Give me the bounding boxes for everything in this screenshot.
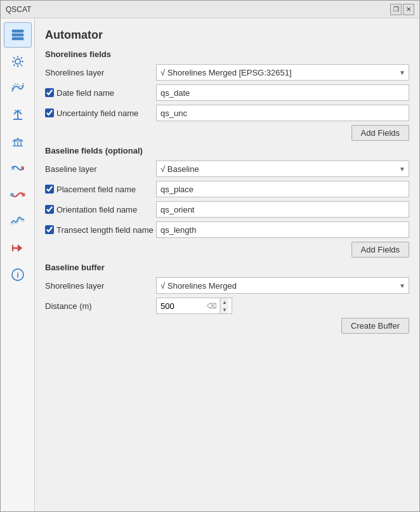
orientation-field-row: Orientation field name: [45, 201, 409, 218]
distance-input[interactable]: [157, 299, 204, 313]
shorelines-fields-section: Shorelines fields Shorelines layer √ Sho…: [45, 49, 409, 141]
baseline-add-fields-button[interactable]: Add Fields: [351, 242, 409, 258]
baseline-buffer-title: Baseline buffer: [45, 263, 409, 272]
svg-rect-12: [21, 166, 24, 170]
baseline-layer-select[interactable]: √ Baseline: [156, 161, 409, 177]
sidebar: i: [1, 18, 35, 511]
transect-field-input-wrapper: [156, 221, 409, 238]
shorelines-section-title: Shorelines fields: [45, 49, 409, 59]
uncertainty-field-label: Uncertainty field name: [45, 108, 156, 118]
sidebar-item-cast-multi[interactable]: [4, 129, 32, 154]
uncertainty-field-checkbox[interactable]: [45, 108, 54, 117]
buffer-shorelines-layer-label: Shorelines layer: [45, 281, 156, 291]
baseline-layer-label: Baseline layer: [45, 164, 156, 174]
svg-point-14: [22, 193, 25, 197]
distance-spinner: ▲ ▼: [220, 298, 228, 313]
uncertainty-field-input[interactable]: [156, 105, 409, 121]
baseline-layer-row: Baseline layer √ Baseline: [45, 161, 409, 177]
placement-field-label: Placement field name: [45, 185, 156, 194]
uncertainty-field-input-wrapper: [156, 105, 409, 121]
transect-field-input[interactable]: [156, 221, 409, 238]
sidebar-item-curves[interactable]: [4, 75, 32, 101]
sidebar-item-cast-up[interactable]: [4, 102, 32, 128]
create-buffer-button[interactable]: Create Buffer: [341, 318, 409, 334]
baseline-add-fields-btn-row: Add Fields: [45, 242, 409, 258]
main-content: Automator Shorelines fields Shorelines l…: [35, 18, 419, 511]
svg-rect-1: [12, 34, 23, 36]
shorelines-layer-label: Shorelines layer: [45, 68, 156, 77]
distance-row: Distance (m) ⌫ ▲ ▼: [45, 298, 409, 314]
flow2-icon: [10, 187, 26, 203]
titlebar: QSCAT ❐ ✕: [1, 1, 419, 18]
page-title: Automator: [45, 29, 409, 42]
sidebar-item-settings[interactable]: [4, 49, 32, 74]
layers-icon: [10, 27, 26, 43]
date-field-row: Date field name: [45, 84, 409, 101]
baseline-section-title: Baseline fields (optional): [45, 146, 409, 155]
buffer-shorelines-select[interactable]: √ Shorelines Merged: [156, 277, 409, 294]
close-button[interactable]: ✕: [403, 4, 414, 15]
svg-point-3: [15, 59, 20, 64]
restore-button[interactable]: ❐: [390, 4, 402, 15]
create-buffer-btn-row: Create Buffer: [45, 318, 409, 334]
sidebar-item-flow[interactable]: [4, 155, 32, 181]
orientation-field-input[interactable]: [156, 201, 409, 218]
sidebar-item-flow2[interactable]: [4, 182, 32, 207]
svg-rect-0: [12, 30, 23, 32]
orientation-field-input-wrapper: [156, 201, 409, 218]
gear-icon: [10, 53, 26, 70]
placement-field-row: Placement field name: [45, 181, 409, 197]
transect-field-label: Transect length field name: [45, 225, 156, 235]
placement-field-checkbox[interactable]: [45, 185, 54, 194]
date-field-input[interactable]: [156, 84, 409, 101]
shorelines-layer-row: Shorelines layer √ Shorelines Merged [EP…: [45, 64, 409, 81]
arrow-icon: [10, 240, 26, 256]
placement-field-input[interactable]: [156, 181, 409, 197]
info-icon: i: [10, 266, 26, 283]
arrow-up-icon: [10, 107, 26, 123]
distance-increment-button[interactable]: ▲: [220, 298, 228, 306]
date-field-label: Date field name: [45, 88, 156, 98]
baseline-layer-select-wrapper: √ Baseline: [156, 161, 409, 177]
distance-decrement-button[interactable]: ▼: [220, 306, 228, 313]
placement-field-input-wrapper: [156, 181, 409, 197]
transect-field-checkbox[interactable]: [45, 225, 54, 234]
distance-clear-button[interactable]: ⌫: [204, 298, 220, 313]
buffer-shorelines-layer-row: Shorelines layer √ Shorelines Merged: [45, 277, 409, 294]
svg-point-13: [10, 193, 14, 197]
sidebar-item-info[interactable]: i: [4, 262, 32, 287]
distance-input-wrapper: ⌫ ▲ ▼: [156, 298, 232, 314]
curves-icon: [10, 80, 26, 96]
buffer-shorelines-select-wrapper: √ Shorelines Merged: [156, 277, 409, 294]
main-layout: i Automator Shorelines fields Shorelines…: [1, 18, 419, 511]
svg-text:i: i: [16, 271, 18, 280]
sidebar-item-wave[interactable]: [4, 209, 32, 234]
sidebar-item-arrow[interactable]: [4, 235, 32, 261]
window-controls: ❐ ✕: [390, 4, 414, 15]
multi-arrow-icon: [10, 133, 26, 150]
uncertainty-field-row: Uncertainty field name: [45, 105, 409, 121]
sidebar-item-layers[interactable]: [4, 22, 32, 48]
flow-icon: [10, 160, 26, 176]
shorelines-add-fields-button[interactable]: Add Fields: [351, 125, 409, 141]
orientation-field-checkbox[interactable]: [45, 205, 54, 214]
window-title: QSCAT: [6, 5, 31, 14]
transect-field-row: Transect length field name: [45, 221, 409, 238]
svg-rect-11: [11, 166, 15, 170]
orientation-field-label: Orientation field name: [45, 205, 156, 214]
date-field-input-wrapper: [156, 84, 409, 101]
wave-icon: [10, 213, 26, 230]
shorelines-layer-select-wrapper: √ Shorelines Merged [EPSG:32651]: [156, 64, 409, 81]
svg-rect-2: [12, 37, 23, 40]
shorelines-layer-select[interactable]: √ Shorelines Merged [EPSG:32651]: [156, 64, 409, 81]
distance-label: Distance (m): [45, 301, 156, 311]
date-field-checkbox[interactable]: [45, 88, 54, 97]
main-window: QSCAT ❐ ✕: [0, 0, 420, 512]
baseline-buffer-section: Baseline buffer Shorelines layer √ Shore…: [45, 263, 409, 334]
baseline-fields-section: Baseline fields (optional) Baseline laye…: [45, 146, 409, 258]
shorelines-add-fields-btn-row: Add Fields: [45, 125, 409, 141]
